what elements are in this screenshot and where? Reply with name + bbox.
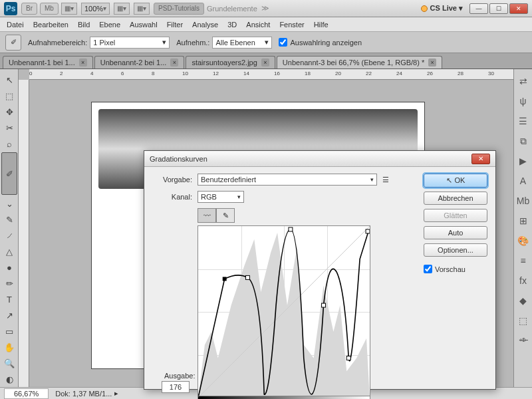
panel-icon-6[interactable]: Mb: [517, 194, 530, 207]
channel-label: Kanal:: [152, 193, 192, 201]
menu-datei[interactable]: Datei: [7, 21, 24, 29]
workspace-psd[interactable]: PSD-Tutorials: [154, 3, 204, 15]
panel-icon-1[interactable]: ψ: [517, 94, 530, 108]
curves-graph[interactable]: [198, 225, 370, 398]
preset-menu-icon[interactable]: ☰: [382, 176, 389, 184]
auto-button[interactable]: Auto: [424, 226, 487, 239]
menu-analyse[interactable]: Analyse: [192, 21, 218, 29]
tool-8[interactable]: ⟋: [1, 228, 17, 243]
menu-bild[interactable]: Bild: [78, 21, 90, 29]
menu-ebene[interactable]: Ebene: [99, 21, 120, 29]
panel-icon-2[interactable]: ☰: [517, 114, 530, 128]
channel-select[interactable]: RGB▾: [198, 191, 244, 203]
tool-9[interactable]: △: [1, 244, 17, 259]
tab-close-icon[interactable]: ×: [170, 59, 178, 66]
tool-1[interactable]: ⬚: [1, 88, 17, 103]
panel-icon-3[interactable]: ⧉: [517, 134, 530, 148]
menu-auswahl[interactable]: Auswahl: [130, 21, 158, 29]
output-value-field[interactable]: 176: [162, 381, 190, 393]
tool-4[interactable]: ⌕: [1, 136, 17, 151]
tab-close-icon[interactable]: ×: [261, 59, 269, 66]
sample-size-select[interactable]: 1 Pixel▾: [90, 37, 170, 49]
tool-5[interactable]: ✐: [1, 152, 17, 195]
options-button[interactable]: Optionen...: [424, 243, 487, 257]
extras-select[interactable]: ▦▾: [134, 3, 150, 15]
window-close[interactable]: ✕: [509, 3, 528, 14]
tool-15[interactable]: ✋: [1, 340, 17, 354]
menu-ansicht[interactable]: Ansicht: [246, 21, 270, 29]
panel-icon-7[interactable]: ⊞: [517, 214, 530, 227]
tool-3[interactable]: ✂: [1, 120, 17, 135]
bridge-button[interactable]: Br: [21, 3, 37, 15]
sample-size-label: Aufnahmebereich:: [28, 39, 87, 47]
tool-17[interactable]: ◐: [1, 372, 17, 386]
curve-path[interactable]: [198, 226, 370, 398]
zoom-select[interactable]: 100% ▾: [81, 3, 110, 15]
svg-rect-3: [245, 275, 249, 279]
preset-label: Vorgabe:: [152, 176, 192, 184]
panel-icon-9[interactable]: ≡: [517, 254, 530, 267]
ok-button[interactable]: ↖OK: [424, 174, 487, 188]
sample-layers-select[interactable]: Alle Ebenen▾: [212, 37, 272, 49]
menu-3d[interactable]: 3D: [227, 21, 237, 29]
zoom-field[interactable]: 66,67%: [4, 388, 49, 399]
menu-fenster[interactable]: Fenster: [279, 21, 304, 29]
arrange-select[interactable]: ▦▾: [114, 3, 130, 15]
svg-rect-2: [223, 277, 227, 281]
tool-6[interactable]: ⌄: [1, 196, 17, 211]
tool-11[interactable]: ✏: [1, 276, 17, 291]
workspace-more[interactable]: ≫: [261, 4, 269, 13]
window-minimize[interactable]: —: [469, 3, 488, 14]
panel-icon-5[interactable]: A: [517, 174, 530, 188]
cancel-button[interactable]: Abbrechen: [424, 192, 487, 205]
workspace-grund[interactable]: Grundelemente: [207, 5, 257, 13]
doc-size-label: Dok: 1,37 MB/1...: [55, 390, 112, 398]
panel-icon-10[interactable]: fx: [517, 274, 530, 287]
menu-bearbeiten[interactable]: Bearbeiten: [33, 21, 68, 29]
document-tab-3[interactable]: Unbenannt-3 bei 66,7% (Ebene 1, RGB/8) *…: [277, 56, 442, 68]
tool-12[interactable]: T: [1, 292, 17, 307]
svg-rect-7: [366, 229, 370, 233]
sample-ring-checkbox[interactable]: [279, 38, 287, 47]
curve-mode-pencil[interactable]: ✎: [216, 208, 235, 223]
curve-mode-point[interactable]: 〰: [198, 208, 216, 223]
input-gradient[interactable]: [198, 396, 370, 399]
tool-2[interactable]: ✥: [1, 104, 17, 119]
tool-7[interactable]: ✎: [1, 212, 17, 227]
menu-hilfe[interactable]: Hilfe: [314, 21, 329, 29]
panel-icon-12[interactable]: ⬚: [517, 314, 530, 327]
menu-filter[interactable]: Filter: [167, 21, 183, 29]
tool-10[interactable]: ●: [1, 260, 17, 275]
output-label: Ausgabe:: [164, 372, 195, 380]
preview-checkbox[interactable]: [424, 265, 432, 273]
current-tool-eyedropper[interactable]: ✐: [5, 35, 21, 51]
panel-icon-4[interactable]: ▶: [517, 154, 530, 168]
sample-layers-label: Aufnehm.:: [176, 39, 209, 47]
dialog-close-button[interactable]: ✕: [471, 154, 490, 164]
tab-close-icon[interactable]: ×: [79, 59, 87, 66]
curves-dialog: Gradationskurven ✕ Vorgabe: Benutzerdefi…: [144, 150, 496, 390]
preset-select[interactable]: Benutzerdefiniert▾: [198, 174, 377, 186]
svg-rect-4: [289, 227, 293, 231]
smooth-button[interactable]: Glätten: [424, 209, 487, 222]
cs-live-button[interactable]: CS Live ▾: [421, 4, 463, 13]
panel-icon-0[interactable]: ⇄: [517, 74, 530, 88]
panel-icon-8[interactable]: 🎨: [517, 234, 530, 247]
document-tab-2[interactable]: stairsuntoayers2.jpg×: [186, 56, 275, 68]
tool-13[interactable]: ↗: [1, 308, 17, 323]
tool-16[interactable]: 🔍: [1, 356, 17, 370]
tool-14[interactable]: ▭: [1, 324, 17, 338]
sample-ring-label: Auswahlring anzeigen: [290, 39, 362, 47]
document-tab-1[interactable]: Unbenannt-2 bei 1...×: [94, 56, 185, 68]
panel-icon-13[interactable]: ⬲: [517, 334, 530, 347]
minibridge-button[interactable]: Mb: [40, 3, 59, 15]
tab-close-icon[interactable]: ×: [428, 59, 436, 66]
screen-mode-select[interactable]: ▦▾: [61, 3, 77, 15]
dialog-title: Gradationskurven: [150, 155, 207, 163]
photoshop-logo: Ps: [4, 2, 17, 15]
tool-0[interactable]: ↖: [1, 72, 17, 87]
panel-icon-11[interactable]: ◆: [517, 294, 530, 307]
document-tab-0[interactable]: Unbenannt-1 bei 1...×: [3, 56, 93, 68]
window-maximize[interactable]: ☐: [489, 3, 508, 14]
doc-size-arrow[interactable]: ▸: [114, 389, 118, 398]
